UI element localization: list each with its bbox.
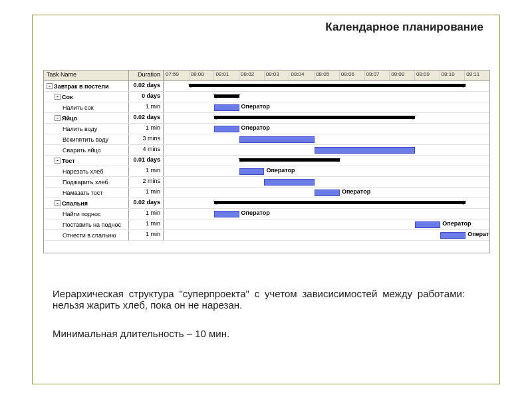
task-bar[interactable]: [214, 211, 239, 217]
task-chart-cell: Оператор: [164, 102, 489, 112]
time-tick: 08:03: [264, 70, 289, 80]
time-tick: 08:05: [314, 70, 339, 80]
time-tick: 08:10: [440, 70, 465, 80]
task-row: Отнести в спальню1 minОператор: [44, 230, 489, 241]
task-name: Налить воду: [63, 126, 97, 132]
task-duration: 0.02 days: [129, 113, 164, 123]
task-name: Нарезать хлеб: [63, 168, 103, 175]
task-row: Намазать тост1 minОператор: [44, 188, 489, 198]
task-duration: 1 min: [129, 230, 164, 240]
collapse-icon[interactable]: -: [55, 200, 61, 206]
collapse-icon[interactable]: -: [55, 94, 61, 100]
caption-text-1: Иерархическая структура "суперпроекта" с…: [53, 288, 465, 311]
task-chart-cell: [164, 113, 489, 123]
task-name-cell: -Завтрак в постели: [44, 81, 129, 91]
task-name-cell: Отнести в спальню: [44, 230, 129, 240]
summary-bar: [214, 94, 239, 98]
task-chart-cell: [164, 198, 489, 208]
task-bar[interactable]: [264, 179, 315, 186]
task-name-cell: -Спальня: [44, 198, 129, 208]
page-title: Календарное планирование: [33, 21, 483, 34]
task-bar[interactable]: [239, 136, 315, 143]
task-chart-cell: [164, 145, 489, 155]
task-row: Поджарить хлеб2 mins: [44, 177, 489, 188]
task-bar[interactable]: [214, 126, 239, 132]
collapse-icon[interactable]: -: [55, 115, 61, 121]
task-name: Поджарить хлеб: [63, 179, 108, 186]
task-row: Найти поднос1 minОператор: [44, 209, 489, 219]
task-name-cell: Налить воду: [44, 124, 129, 134]
summary-bar: [239, 158, 340, 162]
task-name: Яйцо: [62, 115, 77, 122]
summary-row: -Завтрак в постели0.02 days: [44, 81, 489, 92]
slide-frame: Календарное планирование Task Name Durat…: [32, 15, 500, 384]
task-bar[interactable]: [415, 221, 440, 228]
resource-label: Оператор: [241, 124, 270, 131]
gantt-header: Task Name Duration 07:5908:0008:0108:020…: [44, 70, 489, 81]
resource-label: Оператор: [442, 220, 471, 227]
task-name: Отнести в спальню: [63, 232, 116, 239]
time-tick: 08:01: [213, 70, 239, 80]
time-axis: 07:5908:0008:0108:0208:0308:0408:0508:06…: [164, 70, 489, 80]
resource-label: Оператор: [266, 167, 295, 174]
task-chart-cell: Оператор: [164, 188, 489, 198]
time-tick: 08:09: [414, 70, 440, 80]
gantt-body: -Завтрак в постели0.02 days-Сок0 daysНал…: [44, 81, 489, 241]
task-duration: 4 mins: [129, 145, 164, 155]
task-name-cell: Найти поднос: [44, 209, 129, 219]
task-name: Сок: [62, 94, 73, 100]
task-name: Спальня: [62, 200, 88, 207]
summary-bar: [214, 201, 466, 204]
task-duration: 1 min: [129, 102, 164, 112]
resource-label: Оператор: [241, 103, 270, 110]
collapse-icon[interactable]: -: [47, 83, 53, 89]
task-name: Найти поднос: [63, 211, 101, 217]
gantt-chart: Task Name Duration 07:5908:0008:0108:020…: [43, 70, 490, 253]
task-bar[interactable]: [440, 232, 466, 239]
task-duration: 1 min: [129, 219, 164, 229]
task-row: Налить сок1 minОператор: [44, 102, 489, 113]
task-name: Налить сок: [63, 104, 94, 111]
collapse-icon[interactable]: -: [55, 158, 61, 164]
task-name: Сварить яйцо: [63, 147, 101, 154]
task-bar[interactable]: [239, 168, 265, 175]
task-bar[interactable]: [315, 147, 415, 154]
task-chart-cell: [164, 156, 489, 166]
col-header-duration: Duration: [129, 70, 164, 80]
task-name: Завтрак в постели: [54, 83, 109, 90]
task-row: Налить воду1 minОператор: [44, 124, 489, 134]
task-name-cell: Сварить яйцо: [44, 145, 129, 155]
task-name-cell: Нарезать хлеб: [44, 166, 129, 176]
task-name-cell: Поджарить хлеб: [44, 177, 129, 187]
caption-text-2: Минимальная длительность – 10 мин.: [53, 328, 465, 339]
task-chart-cell: Оператор: [164, 230, 489, 240]
resource-label: Оператор: [467, 231, 490, 237]
summary-row: -Сок0 days: [44, 92, 489, 102]
task-duration: 0.01 days: [129, 156, 164, 166]
task-bar[interactable]: [214, 104, 239, 111]
task-duration: 1 min: [129, 188, 164, 198]
task-chart-cell: [164, 134, 489, 144]
task-name-cell: Намазать тост: [44, 188, 129, 198]
task-duration: 0 days: [129, 92, 164, 102]
task-name: Тост: [62, 158, 75, 164]
task-chart-cell: [164, 81, 489, 91]
time-tick: 08:04: [289, 70, 314, 80]
task-bar[interactable]: [315, 190, 340, 196]
task-chart-cell: [164, 177, 489, 187]
task-duration: 1 min: [129, 166, 164, 176]
task-name-cell: -Яйцо: [44, 113, 129, 123]
time-tick: 07:59: [164, 70, 189, 80]
task-row: Нарезать хлеб1 minОператор: [44, 166, 489, 177]
task-name: Намазать тост: [63, 190, 103, 196]
task-chart-cell: Оператор: [164, 166, 489, 176]
col-header-name: Task Name: [44, 70, 129, 80]
task-name: Поставить на поднос: [63, 221, 121, 228]
summary-bar: [189, 84, 466, 87]
summary-bar: [214, 116, 416, 119]
task-row: Сварить яйцо4 mins: [44, 145, 489, 156]
summary-row: -Тост0.01 days: [44, 156, 489, 166]
time-tick: 08:08: [389, 70, 414, 80]
task-name: Вскипятить воду: [63, 136, 108, 143]
time-tick: 08:00: [189, 70, 214, 80]
